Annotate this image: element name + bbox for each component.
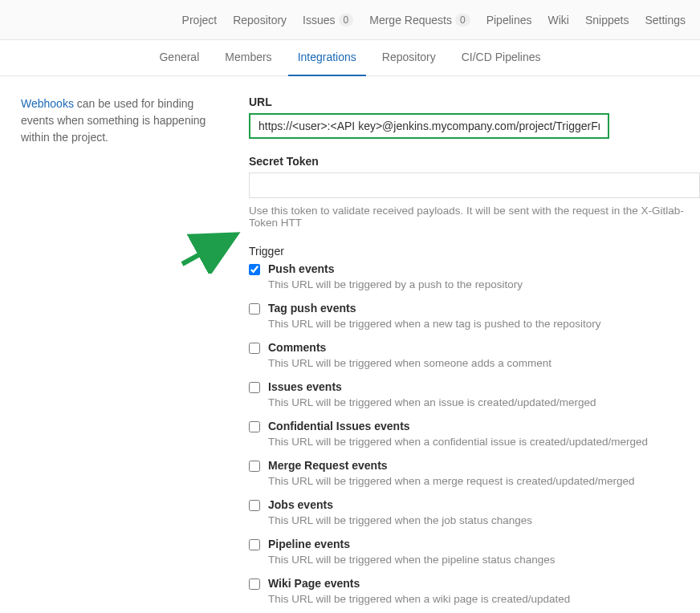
tab-general[interactable]: General — [149, 40, 209, 76]
count-badge: 0 — [455, 14, 470, 26]
trigger-body: CommentsThis URL will be triggered when … — [268, 341, 700, 369]
trigger-desc: This URL will be triggered when a merge … — [268, 475, 700, 487]
trigger-title: Pipeline events — [268, 538, 700, 550]
trigger-item: Wiki Page eventsThis URL will be trigger… — [249, 577, 700, 605]
trigger-desc: This URL will be triggered by a push to … — [268, 278, 700, 290]
trigger-title: Wiki Page events — [268, 577, 700, 590]
topnav-item-label: Pipelines — [486, 14, 532, 26]
topnav-item-label: Snippets — [585, 14, 629, 26]
trigger-title: Push events — [268, 262, 700, 275]
trigger-item: Tag push eventsThis URL will be triggere… — [249, 302, 700, 330]
trigger-item: Jobs eventsThis URL will be triggered wh… — [249, 498, 700, 526]
trigger-desc: This URL will be triggered when the pipe… — [268, 554, 700, 566]
trigger-checkbox-push-events[interactable] — [249, 264, 260, 275]
trigger-title: Jobs events — [268, 498, 700, 511]
trigger-title: Confidential Issues events — [268, 420, 700, 432]
trigger-item: Confidential Issues eventsThis URL will … — [249, 420, 700, 448]
trigger-body: Issues eventsThis URL will be triggered … — [268, 380, 700, 408]
trigger-title: Merge Request events — [268, 459, 700, 472]
topnav-item-label: Settings — [645, 14, 686, 26]
trigger-item: Merge Request eventsThis URL will be tri… — [249, 459, 700, 487]
tab-members[interactable]: Members — [215, 40, 281, 76]
count-badge: 0 — [339, 14, 354, 26]
trigger-desc: This URL will be triggered when a wiki p… — [268, 593, 700, 605]
trigger-title: Comments — [268, 341, 700, 354]
trigger-checkbox-confidential-issues-events[interactable] — [249, 421, 260, 432]
trigger-title: Tag push events — [268, 302, 700, 315]
topnav-item-label: Repository — [233, 14, 287, 26]
topnav-item-wiki[interactable]: Wiki — [539, 0, 576, 40]
topnav-item-merge-requests[interactable]: Merge Requests0 — [361, 0, 478, 40]
secret-token-help: Use this token to validate received payl… — [249, 205, 700, 229]
trigger-desc: This URL will be triggered when a new ta… — [268, 318, 700, 330]
webhooks-link[interactable]: Webhooks — [21, 97, 74, 110]
project-topnav: ProjectRepositoryIssues0Merge Requests0P… — [0, 0, 700, 40]
trigger-desc: This URL will be triggered when an issue… — [268, 396, 700, 408]
topnav-item-pipelines[interactable]: Pipelines — [478, 0, 540, 40]
tab-repository[interactable]: Repository — [372, 40, 446, 76]
trigger-body: Jobs eventsThis URL will be triggered wh… — [268, 498, 700, 526]
trigger-body: Wiki Page eventsThis URL will be trigger… — [268, 577, 700, 605]
trigger-checkbox-wiki-page-events[interactable] — [249, 578, 260, 590]
tab-integrations[interactable]: Integrations — [288, 40, 366, 76]
secret-token-label: Secret Token — [249, 155, 700, 168]
url-label: URL — [249, 95, 700, 108]
trigger-desc: This URL will be triggered when someone … — [268, 357, 700, 369]
trigger-desc: This URL will be triggered when the job … — [268, 514, 700, 526]
trigger-item: Issues eventsThis URL will be triggered … — [249, 380, 700, 408]
settings-subnav: GeneralMembersIntegrationsRepositoryCI/C… — [0, 40, 700, 76]
trigger-title: Issues events — [268, 380, 700, 393]
trigger-item: CommentsThis URL will be triggered when … — [249, 341, 700, 369]
trigger-desc: This URL will be triggered when a confid… — [268, 436, 700, 448]
trigger-checkbox-jobs-events[interactable] — [249, 500, 260, 511]
trigger-body: Push eventsThis URL will be triggered by… — [268, 262, 700, 290]
trigger-item: Push eventsThis URL will be triggered by… — [249, 262, 700, 290]
topnav-item-label: Project — [182, 14, 218, 26]
trigger-body: Merge Request eventsThis URL will be tri… — [268, 459, 700, 487]
topnav-item-snippets[interactable]: Snippets — [577, 0, 637, 40]
trigger-item: Pipeline eventsThis URL will be triggere… — [249, 538, 700, 566]
webhook-form: URL Secret Token Use this token to valid… — [234, 95, 700, 613]
topnav-item-label: Merge Requests — [369, 14, 452, 26]
url-input[interactable] — [249, 113, 609, 139]
trigger-body: Confidential Issues eventsThis URL will … — [268, 420, 700, 448]
trigger-checkbox-merge-request-events[interactable] — [249, 461, 260, 472]
secret-token-input[interactable] — [249, 173, 700, 198]
topnav-item-repository[interactable]: Repository — [225, 0, 295, 40]
trigger-checkbox-comments[interactable] — [249, 343, 260, 354]
sidebar-help: Webhooks can be used for binding events … — [21, 95, 234, 613]
trigger-checkbox-pipeline-events[interactable] — [249, 539, 260, 550]
topnav-item-project[interactable]: Project — [174, 0, 226, 40]
trigger-checkbox-issues-events[interactable] — [249, 382, 260, 393]
topnav-item-label: Wiki — [547, 14, 568, 26]
topnav-item-settings[interactable]: Settings — [637, 0, 694, 40]
trigger-checkbox-tag-push-events[interactable] — [249, 303, 260, 315]
trigger-label: Trigger — [249, 245, 700, 258]
trigger-body: Pipeline eventsThis URL will be triggere… — [268, 538, 700, 566]
topnav-item-issues[interactable]: Issues0 — [295, 0, 361, 40]
tab-ci-cd-pipelines[interactable]: CI/CD Pipelines — [452, 40, 551, 76]
topnav-item-label: Issues — [303, 14, 335, 26]
trigger-body: Tag push eventsThis URL will be triggere… — [268, 302, 700, 330]
